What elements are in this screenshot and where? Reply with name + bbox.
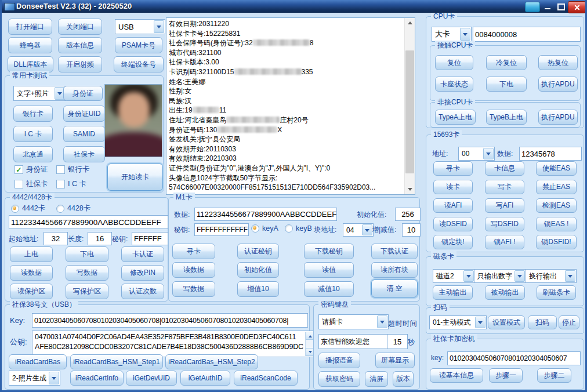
- track-select[interactable]: 磁道2: [433, 269, 475, 283]
- typeb-power-button[interactable]: TypeB上电: [486, 110, 527, 125]
- checkbox-bank-card[interactable]: 银行卡: [56, 165, 90, 175]
- radio-4428[interactable]: 4428卡: [56, 204, 90, 213]
- lock-block-button[interactable]: 锁定块!: [433, 235, 473, 249]
- checkbox-social-card[interactable]: 社保卡: [15, 179, 48, 189]
- reset-button[interactable]: 复位: [435, 55, 473, 70]
- read-afi-button[interactable]: 读AFI: [433, 198, 473, 213]
- m1-key-input[interactable]: FFFFFFFFFFFF: [194, 223, 249, 236]
- chevron-down-icon[interactable]: [463, 270, 474, 282]
- cpu-size-select[interactable]: 大卡: [432, 27, 472, 42]
- chevron-down-icon[interactable]: [362, 224, 372, 235]
- m1-seek-button[interactable]: 寻卡: [172, 244, 215, 259]
- download-auth-button[interactable]: 下载认证: [371, 244, 418, 259]
- radio-unselected-icon[interactable]: [285, 224, 293, 233]
- ireadcardbas-hsm-step1-button[interactable]: iReadCardBas_HSM_Step1: [70, 354, 163, 369]
- checkbox-unchecked-icon[interactable]: [56, 180, 65, 188]
- id-card-button[interactable]: 身份证: [63, 86, 103, 101]
- hsm-key-input[interactable]: 010203040506070801020304050607: [447, 351, 581, 365]
- address-select[interactable]: 00: [458, 147, 495, 161]
- speak-button[interactable]: 播报语音: [318, 353, 360, 368]
- card-info-button[interactable]: 卡信息: [485, 161, 524, 176]
- power-on-button[interactable]: 上电: [10, 246, 53, 262]
- skin-icon[interactable]: [525, 2, 540, 12]
- minimize-button[interactable]: [542, 2, 553, 11]
- power-off-button[interactable]: 下电: [486, 77, 527, 92]
- write-afi-button[interactable]: 写AFI: [485, 198, 524, 213]
- slot-status-button[interactable]: 卡座状态: [435, 77, 473, 92]
- inc-dec-input[interactable]: 10: [402, 223, 421, 237]
- exec-apdu-button[interactable]: 执行APDU: [538, 77, 578, 92]
- radio-unselected-icon[interactable]: [56, 205, 64, 213]
- close-button[interactable]: [568, 1, 586, 13]
- download-key-button[interactable]: 下载秘钥: [304, 244, 354, 259]
- radio-selected-icon[interactable]: [251, 224, 259, 233]
- write-card-button[interactable]: 写卡: [485, 180, 524, 194]
- step-two-button[interactable]: 步骤二: [537, 368, 571, 383]
- auth-key-button[interactable]: 认证秘钥: [237, 244, 279, 259]
- m1-write-button[interactable]: 写数据: [172, 281, 215, 297]
- card-info-textarea[interactable]: 有效日期:20311220社保卡卡号:152225831社会保障号码(身份证号)…: [166, 17, 415, 195]
- chevron-down-icon[interactable]: [377, 315, 387, 328]
- enable-eas-button[interactable]: 使能EAS: [536, 161, 577, 176]
- screen-display-button[interactable]: 屏幕显示: [375, 353, 415, 368]
- clear-button[interactable]: 清 空: [371, 280, 418, 297]
- radio-keyb[interactable]: keyB: [285, 224, 312, 233]
- ireadcertinfo-button[interactable]: iReadCertInfo: [70, 371, 124, 386]
- auth-count-button[interactable]: 认证次数: [121, 284, 164, 299]
- chevron-down-icon[interactable]: [154, 20, 164, 33]
- read-data-button[interactable]: 读数据: [10, 265, 53, 281]
- step-one-button[interactable]: 步骤一: [489, 368, 523, 383]
- photo-mode-select[interactable]: 2-照片生成: [9, 371, 60, 386]
- ss38-key-input[interactable]: 01020304050607080102030405060708|0102030…: [32, 313, 308, 328]
- maximize-button[interactable]: [555, 2, 567, 11]
- lock-afi-button[interactable]: 锁AFI !: [485, 235, 524, 249]
- write-dsfid-button[interactable]: 写DSFID: [485, 217, 524, 231]
- version-info-button[interactable]: 版本信息: [58, 37, 102, 53]
- seek-card-button[interactable]: 寻卡: [433, 161, 473, 176]
- increment-button[interactable]: 增值10: [237, 281, 279, 297]
- scrollbar-thumb[interactable]: [405, 50, 414, 173]
- radio-selected-icon[interactable]: [11, 205, 19, 213]
- read-mode-select[interactable]: 文字+照片: [13, 86, 66, 101]
- read-protect-button[interactable]: 读保护区: [10, 284, 53, 299]
- passive-output-button[interactable]: 被动输出: [485, 285, 525, 300]
- social-card-button[interactable]: 社保卡: [63, 146, 105, 162]
- m1-data-input[interactable]: 11223344556677889900AABBCCDDEEFF: [194, 208, 337, 221]
- ireadcardbas-button[interactable]: iReadCardBas: [9, 354, 67, 369]
- c4442-data-input[interactable]: 11223344556677889900AABBCCDDEEFF: [9, 215, 168, 229]
- start-addr-input[interactable]: 32: [44, 232, 68, 245]
- igetdevuid-button[interactable]: iGetDevUID: [126, 371, 177, 386]
- lock-eas-button[interactable]: 锁EAS !: [536, 217, 577, 231]
- chevron-down-icon[interactable]: [514, 270, 525, 282]
- block-addr-select[interactable]: 04: [343, 223, 374, 237]
- timeout-input[interactable]: 15: [387, 334, 408, 349]
- vertical-scrollbar[interactable]: [404, 18, 415, 194]
- beijing-tong-button[interactable]: 北京通: [13, 146, 53, 162]
- init-value-button[interactable]: 初始化值: [237, 262, 279, 278]
- buzzer-button[interactable]: 蜂鸣器: [8, 37, 52, 53]
- card-auth-button[interactable]: 卡认证: [121, 246, 164, 262]
- read-dsfid-button[interactable]: 读DSFID: [433, 217, 473, 231]
- chevron-down-icon[interactable]: [49, 372, 59, 384]
- decrement-button[interactable]: 减值10: [304, 281, 354, 297]
- lock-dsfid-button[interactable]: 锁DSFID!: [536, 235, 577, 249]
- radio-keya[interactable]: keyA: [251, 224, 278, 233]
- active-output-button[interactable]: 主动输出: [433, 285, 473, 300]
- ireadscancode-button[interactable]: iReadScanCode: [234, 371, 298, 386]
- chevron-down-icon[interactable]: [460, 28, 470, 41]
- m1-read-button[interactable]: 读数据: [172, 262, 215, 278]
- open-rf-button[interactable]: 开启射频: [58, 56, 102, 72]
- m1-init-input[interactable]: 256: [395, 208, 421, 221]
- read-all-blocks-button[interactable]: 读所有块: [371, 262, 418, 278]
- i15693-data-input[interactable]: 12345678: [519, 147, 582, 161]
- read-basic-info-button[interactable]: 读基本信息: [430, 368, 483, 383]
- exec-apdu-nc-button[interactable]: 执行APDU: [538, 110, 578, 125]
- checkbox-id-card[interactable]: ✓ 身份证: [15, 165, 48, 175]
- scroll-down-icon[interactable]: [405, 185, 415, 194]
- id-uid-button[interactable]: 身份证UID: [63, 106, 105, 122]
- radio-4442[interactable]: 4442卡: [11, 204, 45, 213]
- dll-version-button[interactable]: DLL库版本: [8, 56, 53, 72]
- port-select[interactable]: USB: [115, 19, 165, 34]
- close-port-button[interactable]: 关闭端口: [58, 19, 102, 35]
- read-card-button[interactable]: 读卡: [433, 180, 473, 194]
